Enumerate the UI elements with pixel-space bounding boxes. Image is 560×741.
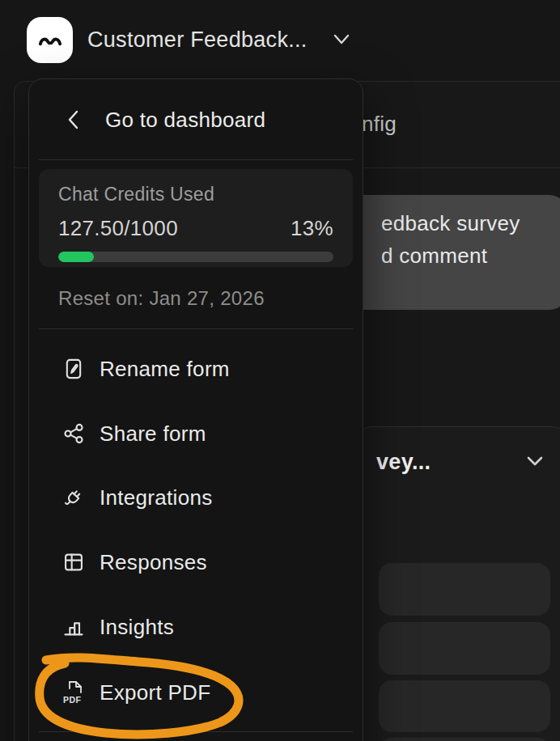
chevron-down-icon[interactable]	[522, 453, 548, 474]
menu-item-label: Integrations	[100, 485, 212, 510]
chat-credits-percent: 13%	[291, 216, 333, 241]
form-options-menu: Go to dashboard Chat Credits Used 127.50…	[28, 78, 363, 741]
pdf-file-icon: PDF	[62, 680, 86, 705]
form-field-placeholder[interactable]	[379, 738, 550, 741]
menu-divider	[39, 731, 353, 732]
plug-icon	[62, 485, 86, 510]
share-icon	[62, 421, 86, 446]
file-pen-icon	[62, 357, 86, 381]
wave-logo-icon	[34, 24, 66, 57]
table-icon	[62, 550, 86, 574]
chat-bubble-line: d comment	[381, 239, 520, 272]
survey-section-card: vey...	[354, 426, 560, 741]
menu-item-label: Responses	[100, 550, 207, 575]
go-to-dashboard-label: Go to dashboard	[105, 108, 265, 133]
chat-bubble-line: edback survey	[381, 207, 520, 239]
survey-section-title-fragment: vey...	[376, 450, 431, 475]
menu-item-label: Rename form	[100, 357, 230, 382]
svg-text:PDF: PDF	[63, 695, 82, 705]
app-window: nfig edback survey d comment vey... Cus	[0, 0, 560, 741]
credits-progress-fill	[58, 252, 94, 262]
credits-reset-date: Reset on: Jan 27, 2026	[58, 287, 265, 310]
chevron-down-icon[interactable]	[329, 30, 354, 53]
menu-item-export-pdf[interactable]: PDF Export PDF	[62, 670, 210, 715]
chevron-left-icon	[62, 108, 86, 132]
form-field-placeholder[interactable]	[379, 622, 550, 675]
menu-item-insights[interactable]: Insights	[62, 604, 174, 650]
app-logo[interactable]	[27, 17, 73, 63]
chat-bubble-text: edback survey d comment	[381, 207, 520, 272]
chat-credits-card: Chat Credits Used 127.50/1000 13%	[39, 169, 353, 267]
menu-item-label: Insights	[100, 615, 174, 640]
menu-divider	[39, 328, 353, 329]
chat-credits-usage: 127.50/1000	[58, 216, 178, 241]
menu-item-integrations[interactable]: Integrations	[62, 475, 212, 520]
bar-chart-icon	[62, 615, 86, 639]
form-field-placeholder[interactable]	[379, 680, 550, 732]
menu-item-rename-form[interactable]: Rename form	[62, 346, 230, 392]
form-field-placeholder[interactable]	[379, 563, 550, 616]
menu-item-label: Export PDF	[100, 680, 210, 705]
menu-item-label: Share form	[100, 421, 206, 447]
menu-item-responses[interactable]: Responses	[62, 540, 207, 585]
form-title[interactable]: Customer Feedback...	[87, 28, 308, 53]
go-to-dashboard-button[interactable]: Go to dashboard	[62, 101, 265, 138]
background-header-fragment: nfig	[362, 112, 397, 137]
chat-credits-title: Chat Credits Used	[58, 184, 333, 205]
top-bar: Customer Feedback...	[0, 0, 560, 79]
menu-divider	[39, 159, 353, 160]
menu-item-share-form[interactable]: Share form	[62, 411, 206, 456]
credits-progress-track	[58, 252, 333, 262]
